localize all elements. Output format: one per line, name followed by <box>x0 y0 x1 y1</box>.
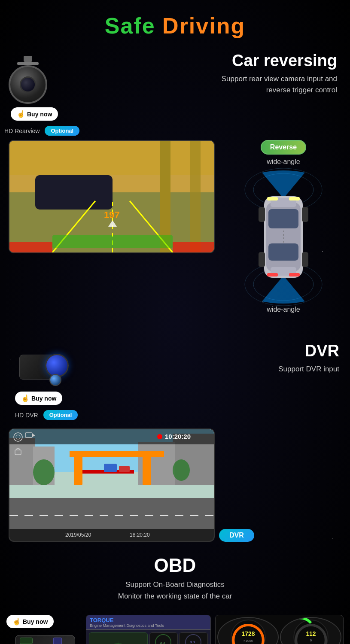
car-top-view: Reverse wide-angle <box>225 140 341 329</box>
dvr-product-label: HD DVR <box>15 412 38 419</box>
torque-content: ● Accel 0.8 0.8 Accel <box>86 630 210 644</box>
torque-header: TORQUE Engine Management Diagnostics and… <box>86 615 210 630</box>
rearview-product-label: HD Rearview <box>4 128 40 134</box>
car-reversing-title: Car reversing <box>90 52 337 70</box>
torque-map-svg: ● Accel 0.8 <box>101 633 135 644</box>
svg-text:×1000: ×1000 <box>243 639 253 643</box>
obd-device <box>15 635 75 644</box>
dvr-camera-product: Buy now HD DVR Optional <box>15 350 84 420</box>
svg-text:10:20:20: 10:20:20 <box>165 433 191 440</box>
svg-rect-32 <box>289 273 300 276</box>
car-reversing-section: Buy now HD Rearview Optional Car reversi… <box>0 47 350 333</box>
svg-rect-10 <box>113 235 173 248</box>
dvr-desc: Support DVR input <box>88 364 339 375</box>
car-top-svg <box>240 168 326 306</box>
gauge-speed: 112 0 km/h 180 <box>280 617 341 644</box>
car-reversing-desc: Support rear view camera input andrevers… <box>90 73 337 95</box>
torque-gauge-2: 0.0 Pitch <box>179 632 208 644</box>
svg-text:0.0: 0.0 <box>190 640 195 644</box>
svg-point-48 <box>173 459 190 481</box>
svg-text:18:20:20: 18:20:20 <box>130 532 150 538</box>
rearview-buy-now-button[interactable]: Buy now <box>11 107 58 121</box>
dvr-screen-row: 10:20:20 2019/05/20 18:20:20 DVR <box>0 428 350 542</box>
obd-product-col: Buy now OBD2 Optional <box>6 615 82 644</box>
rearview-optional-badge: Optional <box>45 126 79 136</box>
rearview-product-row: HD Rearview Optional <box>4 126 79 136</box>
obd-buy-now-button[interactable]: Buy now <box>6 615 54 628</box>
dvr-section: Buy now HD DVR Optional DVR Support DVR … <box>0 337 350 546</box>
torque-sub-label: Engine Management Diagnostics and Tools <box>90 623 207 628</box>
svg-text:197: 197 <box>104 210 120 220</box>
svg-rect-42 <box>70 451 164 457</box>
obd-title: OBD <box>0 555 350 576</box>
dvr-scene-overlay: 10:20:20 2019/05/20 18:20:20 <box>9 429 215 541</box>
svg-rect-12 <box>173 242 215 252</box>
svg-point-57 <box>157 434 162 439</box>
svg-rect-11 <box>9 242 52 252</box>
reverse-screen-display: 197 <box>9 140 215 253</box>
svg-text:1728: 1728 <box>241 630 255 637</box>
svg-rect-27 <box>259 252 265 267</box>
torque-gauge-grid: 0.8 Accel 0.0 Pitch <box>149 632 208 644</box>
obd-bottom-row: Buy now OBD2 Optional TORQUE Engine Mana… <box>0 611 350 644</box>
dvr-title: DVR <box>88 342 339 360</box>
dvr-optional-badge: Optional <box>43 410 78 420</box>
torque-label: TORQUE <box>90 617 113 623</box>
svg-rect-22 <box>268 243 298 261</box>
dvr-top-row: Buy now HD DVR Optional DVR Support DVR … <box>0 342 350 424</box>
obd-desc: Support On-Board Diagnostics Monitor the… <box>0 579 350 602</box>
reverse-screen-col: 197 <box>4 140 221 253</box>
dvr-camera-view: 10:20:20 2019/05/20 18:20:20 <box>9 429 215 541</box>
dvr-buy-now-button[interactable]: Buy now <box>15 392 62 405</box>
car-reversing-main: 197 Reverse wide-angle <box>0 140 350 329</box>
svg-rect-9 <box>52 235 113 248</box>
reverse-camera-view: 197 <box>9 141 215 252</box>
obd-gauges-screen: 1728 ×1000 RPM 112 0 km/h 180 <box>215 615 344 644</box>
svg-rect-30 <box>289 197 300 200</box>
svg-text:0.8: 0.8 <box>160 641 165 644</box>
svg-point-47 <box>33 459 55 485</box>
svg-rect-2 <box>9 141 215 175</box>
dvr-product-row: HD DVR Optional <box>15 410 78 420</box>
parking-guide-overlay: 197 <box>9 141 215 252</box>
gauge-rpm: 1728 ×1000 RPM <box>217 617 279 644</box>
svg-rect-25 <box>259 207 265 222</box>
torque-map-area: ● Accel 0.8 <box>89 632 148 644</box>
page-header: Safe Driving <box>0 0 350 47</box>
title-safe: Safe <box>105 13 155 38</box>
reverse-badge: Reverse <box>261 140 306 155</box>
wide-angle-top-label: wide-angle <box>267 158 300 166</box>
title-driving: Driving <box>155 13 246 38</box>
torque-gauge-1: 0.8 Accel <box>149 632 178 644</box>
dvr-screen-display: 10:20:20 2019/05/20 18:20:20 <box>9 428 215 542</box>
svg-rect-28 <box>302 252 308 267</box>
page-title: Safe Driving <box>0 13 350 39</box>
car-reversing-top-row: Buy now HD Rearview Optional Car reversi… <box>0 52 350 136</box>
svg-text:2019/05/20: 2019/05/20 <box>65 532 91 538</box>
wide-angle-bottom-label: wide-angle <box>267 306 300 313</box>
svg-text:0: 0 <box>310 638 312 642</box>
rearview-camera-product: Buy now HD Rearview Optional <box>4 56 90 136</box>
torque-screen: TORQUE Engine Management Diagnostics and… <box>86 615 211 644</box>
svg-rect-21 <box>268 209 298 228</box>
svg-rect-50 <box>119 466 130 472</box>
obd-section: OBD Support On-Board Diagnostics Monitor… <box>0 546 350 611</box>
svg-rect-26 <box>302 207 308 222</box>
dvr-badge: DVR <box>219 529 254 542</box>
car-reversing-info: Car reversing Support rear view camera i… <box>90 52 341 95</box>
svg-rect-29 <box>267 197 278 200</box>
svg-rect-36 <box>9 438 35 485</box>
svg-rect-49 <box>104 464 117 472</box>
svg-text:112: 112 <box>306 630 316 637</box>
svg-rect-59 <box>9 529 215 541</box>
car-top-view-col: Reverse wide-angle <box>221 140 346 329</box>
svg-rect-4 <box>190 141 201 252</box>
svg-rect-31 <box>267 273 278 276</box>
dvr-badge-col: DVR <box>215 428 254 542</box>
dvr-info: DVR Support DVR input <box>88 342 344 375</box>
svg-rect-5 <box>35 175 113 210</box>
